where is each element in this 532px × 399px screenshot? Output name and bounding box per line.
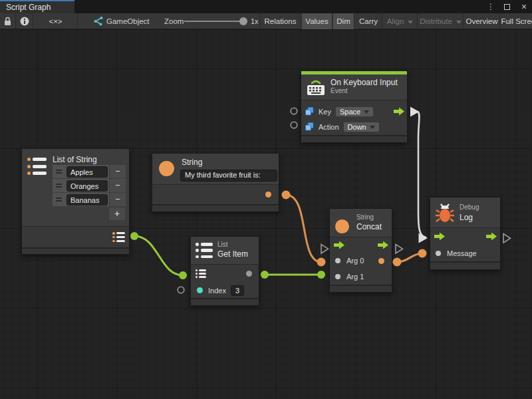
node-footer bbox=[22, 247, 129, 254]
bug-icon bbox=[436, 202, 454, 223]
node-footer bbox=[430, 261, 500, 269]
message-port-label: Message bbox=[447, 249, 477, 257]
string-type-icon bbox=[159, 161, 174, 176]
node-footer bbox=[330, 285, 392, 292]
list-icon bbox=[27, 158, 47, 175]
arg1-port-label: Arg 1 bbox=[346, 273, 364, 281]
tab-script-graph[interactable]: Script Graph bbox=[0, 0, 74, 13]
zoom-slider-knob[interactable] bbox=[239, 17, 247, 25]
remove-item-button[interactable]: − bbox=[109, 179, 126, 192]
lock-icon bbox=[3, 17, 12, 26]
node-footer bbox=[301, 135, 407, 142]
script-graph-window: Script Graph ⋮ × <×> bbox=[0, 0, 532, 399]
zoom-value: 1x bbox=[251, 13, 259, 29]
node-footer bbox=[191, 298, 259, 305]
remove-item-button[interactable]: − bbox=[109, 165, 126, 178]
carry-toggle[interactable]: Carry bbox=[355, 13, 382, 29]
node-title: String bbox=[182, 158, 202, 167]
node-string-literal[interactable]: String My third favorite fruit is: bbox=[152, 153, 279, 212]
node-title: Concat bbox=[356, 222, 382, 231]
info-icon bbox=[20, 17, 29, 26]
index-value-input[interactable]: 3 bbox=[231, 285, 244, 296]
arg1-input-port[interactable] bbox=[335, 274, 340, 279]
list-icon bbox=[196, 243, 213, 258]
trigger-input-arrow-icon[interactable] bbox=[434, 232, 445, 241]
action-dropdown[interactable]: Down bbox=[344, 122, 379, 132]
enum-icon bbox=[305, 107, 314, 116]
list-item-row: Apples − bbox=[53, 165, 126, 179]
string-type-icon bbox=[335, 219, 349, 233]
drag-handle-icon[interactable] bbox=[53, 170, 65, 174]
node-subtitle: Event bbox=[331, 87, 398, 94]
node-title: Log bbox=[460, 213, 473, 222]
tab-title: Script Graph bbox=[6, 3, 51, 12]
arg0-port-label: Arg 0 bbox=[346, 257, 364, 265]
remove-item-button[interactable]: − bbox=[109, 193, 126, 206]
gameobject-label[interactable]: GameObject bbox=[106, 13, 150, 29]
drag-handle-icon[interactable] bbox=[53, 184, 65, 188]
chevron-down-icon bbox=[408, 21, 413, 24]
keyboard-icon bbox=[307, 78, 325, 96]
distribute-dropdown[interactable]: Distribute bbox=[418, 13, 464, 29]
trigger-input-arrow-icon[interactable] bbox=[334, 241, 344, 249]
trigger-output-arrow-icon[interactable] bbox=[486, 232, 497, 241]
enum-icon bbox=[305, 122, 314, 131]
chevron-down-icon bbox=[456, 21, 462, 24]
zoom-slider-track[interactable] bbox=[184, 21, 247, 22]
item-output-port[interactable] bbox=[246, 271, 252, 277]
node-get-item[interactable]: List Get Item Index 3 bbox=[190, 236, 259, 306]
string-value-input[interactable]: My third favorite fruit is: bbox=[180, 170, 277, 182]
tab-bar: Script Graph ⋮ × bbox=[0, 0, 532, 13]
node-category: Debug bbox=[460, 203, 479, 211]
code-icon: <×> bbox=[49, 17, 62, 25]
node-concat[interactable]: String Concat Arg 0 Arg 1 bbox=[329, 208, 392, 293]
list-input-port[interactable] bbox=[196, 269, 207, 278]
list-item-row: Oranges − bbox=[53, 179, 126, 193]
key-dropdown[interactable]: Space bbox=[336, 107, 373, 116]
index-port-label: Index bbox=[208, 287, 226, 295]
key-port-label: Key bbox=[319, 108, 331, 116]
index-input-port[interactable] bbox=[197, 287, 203, 293]
list-item-input[interactable]: Apples bbox=[66, 166, 108, 178]
node-on-keyboard-input[interactable]: On Keyboard Input Event Key Space bbox=[301, 70, 408, 143]
dropdown-arrow-icon bbox=[370, 126, 375, 129]
dropdown-arrow-icon bbox=[364, 110, 369, 114]
trigger-output-arrow-icon[interactable] bbox=[394, 107, 404, 116]
gameobject-icon bbox=[93, 17, 103, 26]
dim-toggle[interactable]: Dim bbox=[333, 13, 354, 29]
trigger-output-arrow-icon[interactable] bbox=[378, 241, 388, 249]
window-maximize-icon[interactable] bbox=[500, 0, 513, 13]
info-button[interactable] bbox=[17, 13, 33, 29]
zoom-label: Zoom bbox=[164, 13, 184, 29]
node-category: List bbox=[217, 241, 228, 248]
values-toggle[interactable]: Values bbox=[302, 13, 332, 29]
align-dropdown[interactable]: Align bbox=[383, 13, 418, 29]
add-item-button[interactable]: + bbox=[108, 207, 126, 221]
fullscreen-button[interactable]: Full Screen bbox=[501, 13, 532, 29]
window-close-icon[interactable]: × bbox=[517, 0, 531, 13]
list-item-input[interactable]: Bananas bbox=[66, 194, 108, 205]
overview-button[interactable]: Overview bbox=[464, 13, 500, 29]
list-editor: Apples − Oranges − Bananas − + bbox=[53, 165, 126, 221]
node-debug-log[interactable]: Debug Log Message bbox=[430, 197, 501, 270]
lock-button[interactable] bbox=[0, 13, 16, 29]
action-port-label: Action bbox=[319, 123, 339, 131]
relations-toggle[interactable]: Relations bbox=[259, 13, 301, 29]
code-view-button[interactable]: <×> bbox=[34, 13, 78, 29]
drag-handle-icon[interactable] bbox=[53, 198, 65, 201]
graph-toolbar: <×> GameObject Zoom 1x Relations Values … bbox=[0, 13, 532, 29]
result-output-port[interactable] bbox=[378, 258, 384, 264]
node-title: Get Item bbox=[217, 249, 248, 259]
list-item-input[interactable]: Oranges bbox=[66, 180, 108, 192]
message-input-port[interactable] bbox=[436, 251, 441, 256]
node-category: String bbox=[356, 213, 374, 221]
list-output-port[interactable] bbox=[112, 232, 125, 242]
node-title: List of String bbox=[53, 155, 97, 164]
node-title: On Keyboard Input bbox=[331, 78, 398, 87]
node-footer bbox=[152, 204, 279, 211]
window-menu-icon[interactable]: ⋮ bbox=[484, 0, 497, 13]
string-output-port[interactable] bbox=[265, 192, 271, 198]
list-item-row: Bananas − bbox=[53, 193, 126, 207]
node-list-of-string[interactable]: List of String Apples − Oranges − Banana… bbox=[21, 148, 130, 255]
arg0-input-port[interactable] bbox=[335, 258, 340, 263]
